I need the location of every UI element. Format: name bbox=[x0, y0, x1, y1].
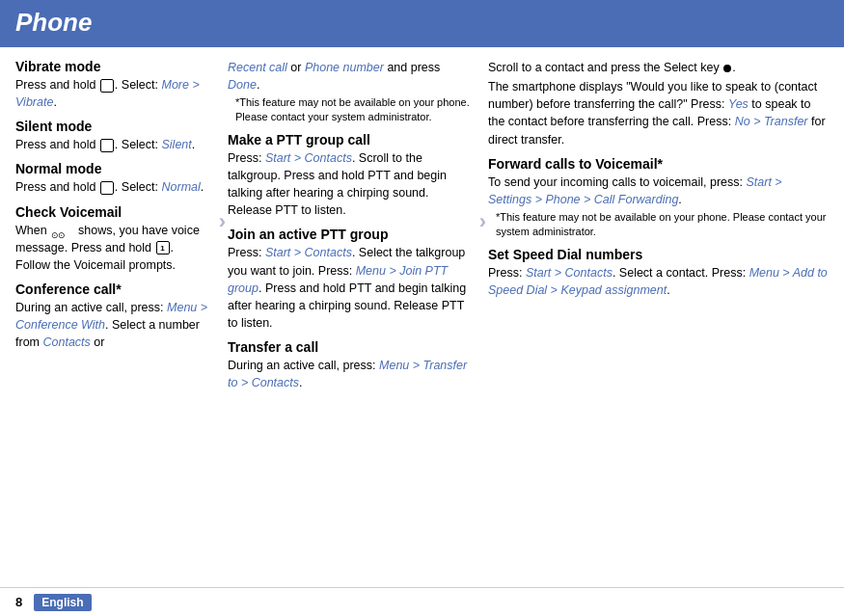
section-title-forward: Forward calls to Voicemail* bbox=[488, 156, 829, 172]
column-right: Scroll to a contact and press the Select… bbox=[488, 59, 829, 393]
numeric-icon: 1 bbox=[156, 241, 170, 254]
link-no-transfer: No > Transfer bbox=[735, 115, 808, 128]
section-body-scroll: Scroll to a contact and press the Select… bbox=[488, 59, 829, 76]
page-footer: 8 English bbox=[0, 587, 844, 616]
link-conference: Menu > Conference With bbox=[15, 301, 207, 332]
column-mid: Recent call or Phone number and press Do… bbox=[228, 59, 488, 393]
section-body-vibrate: Press and hold . Select: More > Vibrate. bbox=[15, 76, 210, 111]
link-silent: Silent bbox=[162, 138, 192, 151]
section-title-silent: Silent mode bbox=[15, 119, 210, 134]
page-number: 8 bbox=[15, 595, 22, 609]
link-contacts-conf: Contacts bbox=[42, 335, 90, 349]
section-title-transfer: Transfer a call bbox=[228, 339, 471, 355]
link-normal: Normal bbox=[162, 180, 201, 194]
select-dot-icon bbox=[723, 65, 731, 72]
phone-icon-3 bbox=[100, 181, 114, 195]
section-body-voicemail: When shows, you have voice message. Pres… bbox=[15, 222, 210, 274]
section-body-speed-dial: Press: Start > Contacts. Select a contac… bbox=[488, 264, 829, 299]
section-body-conference: During an active call, press: Menu > Con… bbox=[15, 299, 210, 351]
page-container: Phone Vibrate mode Press and hold . Sele… bbox=[0, 0, 844, 393]
section-title-speed-dial: Set Speed Dial numbers bbox=[488, 247, 829, 262]
section-body-forward: To send your incoming calls to voicemail… bbox=[488, 174, 829, 208]
arrow-left: › bbox=[219, 209, 226, 234]
voicemail-icon bbox=[51, 226, 70, 235]
link-menu-join-ptt: Menu > Join PTT group bbox=[228, 264, 448, 295]
arrow-mid: › bbox=[479, 209, 486, 234]
section-title-voicemail: Check Voicemail bbox=[15, 204, 210, 220]
link-start-contacts-ptt: Start > Contacts bbox=[265, 151, 352, 165]
note-forward: *This feature may not be available on yo… bbox=[496, 210, 829, 239]
section-title-conference: Conference call* bbox=[15, 281, 210, 297]
section-body-normal: Press and hold . Select: Normal. bbox=[15, 178, 210, 196]
note-conference: *This feature may not be available on yo… bbox=[235, 95, 471, 124]
link-start-settings: Start > Settings > Phone > Call Forwardi… bbox=[488, 175, 782, 206]
link-start-contacts-speed: Start > Contacts bbox=[526, 266, 613, 280]
section-body-join-ptt: Press: Start > Contacts. Select the talk… bbox=[228, 244, 471, 332]
section-title-normal: Normal mode bbox=[15, 161, 210, 176]
section-body-smartphone: The smartphone displays "Would you like … bbox=[488, 78, 829, 148]
link-menu-transfer: Menu > Transfer to > Contacts bbox=[228, 359, 467, 389]
column-left: Vibrate mode Press and hold . Select: Mo… bbox=[15, 59, 228, 393]
link-recent-call: Recent call bbox=[228, 61, 287, 74]
section-body-transfer: During an active call, press: Menu > Tra… bbox=[228, 357, 471, 391]
section-body-ptt-group: Press: Start > Contacts. Scroll to the t… bbox=[228, 149, 471, 220]
section-title-join-ptt: Join an active PTT group bbox=[228, 227, 471, 242]
language-label: English bbox=[34, 594, 91, 611]
link-yes: Yes bbox=[728, 97, 749, 111]
link-phone-number: Phone number bbox=[305, 61, 384, 74]
link-done: Done bbox=[228, 78, 257, 92]
link-start-contacts-join: Start > Contacts bbox=[265, 246, 352, 259]
section-title-ptt-group: Make a PTT group call bbox=[228, 132, 471, 147]
page-title: Phone bbox=[15, 8, 92, 37]
page-header: Phone bbox=[0, 0, 844, 47]
section-body-silent: Press and hold . Select: Silent. bbox=[15, 136, 210, 153]
section-title-vibrate: Vibrate mode bbox=[15, 59, 210, 74]
phone-icon-2 bbox=[100, 139, 114, 152]
main-content: Vibrate mode Press and hold . Select: Mo… bbox=[0, 47, 844, 393]
section-body-recent: Recent call or Phone number and press Do… bbox=[228, 59, 471, 94]
phone-icon bbox=[100, 79, 114, 93]
